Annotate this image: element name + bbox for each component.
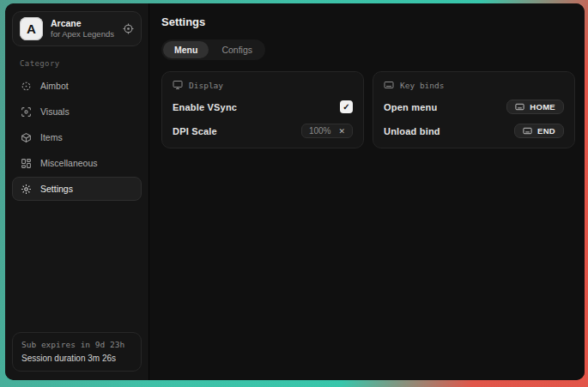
- sidebar-item-label: Miscellaneous: [40, 158, 98, 168]
- sidebar-item-label: Settings: [40, 184, 73, 194]
- logo-card: A Arcane for Apex Legends: [12, 11, 142, 46]
- open-menu-bind-button[interactable]: HOME: [506, 100, 564, 114]
- keyboard-icon: [523, 126, 532, 136]
- display-card: Display Enable VSync ✓ DPI Scale 100% ✕: [161, 71, 364, 148]
- scan-eye-icon: [21, 106, 32, 118]
- sidebar-item-label: Aimbot: [40, 81, 69, 91]
- gear-icon: [21, 184, 32, 195]
- sub-expiry-text: Sub expires in 9d 23h: [21, 339, 132, 352]
- sidebar-item-miscellaneous[interactable]: Miscellaneous: [12, 151, 142, 175]
- app-window: A Arcane for Apex Legends Category: [5, 3, 585, 380]
- tab-menu[interactable]: Menu: [163, 41, 209, 58]
- app-subtitle: for Apex Legends: [51, 29, 115, 39]
- crosshair-target-icon: [123, 23, 134, 34]
- unload-bind-key: END: [537, 126, 555, 136]
- sidebar-item-label: Visuals: [40, 106, 70, 117]
- open-menu-key: HOME: [530, 102, 555, 112]
- unload-bind-button[interactable]: END: [514, 124, 564, 138]
- sidebar-nav: Aimbot Visuals Items: [12, 74, 142, 201]
- crosshair-icon: [21, 81, 32, 92]
- dpi-scale-value: 100%: [309, 126, 331, 136]
- session-duration-text: Session duration 3m 26s: [21, 352, 132, 366]
- keyboard-icon: [384, 80, 394, 90]
- clear-icon[interactable]: ✕: [338, 127, 345, 136]
- keybinds-card-title: Key binds: [400, 81, 444, 90]
- category-label: Category: [20, 59, 142, 68]
- app-logo: A: [20, 17, 43, 40]
- sidebar-item-label: Items: [40, 132, 63, 142]
- box-icon: [21, 132, 32, 143]
- sidebar-item-settings[interactable]: Settings: [12, 177, 142, 201]
- page-title: Settings: [161, 15, 575, 28]
- settings-tabbar: Menu Configs: [161, 39, 265, 60]
- subscription-card: Sub expires in 9d 23h Session duration 3…: [12, 332, 142, 372]
- tab-configs[interactable]: Configs: [210, 41, 264, 58]
- sidebar-item-visuals[interactable]: Visuals: [12, 100, 142, 124]
- sidebar: A Arcane for Apex Legends Category: [5, 3, 149, 380]
- vsync-checkbox[interactable]: ✓: [340, 100, 353, 113]
- display-card-title: Display: [189, 81, 223, 90]
- grid-icon: [21, 158, 32, 169]
- open-menu-label: Open menu: [384, 102, 437, 112]
- unload-bind-label: Unload bind: [384, 126, 440, 136]
- keybinds-card: Key binds Open menu HOME Unload bin: [373, 71, 575, 148]
- vsync-label: Enable VSync: [173, 102, 237, 112]
- app-title: Arcane: [51, 18, 115, 29]
- dpi-scale-input[interactable]: 100% ✕: [301, 124, 353, 138]
- dpi-scale-label: DPI Scale: [173, 126, 217, 136]
- keyboard-icon: [515, 102, 524, 112]
- main-panel: Settings Menu Configs Display Enable VSy…: [149, 3, 585, 380]
- sidebar-item-items[interactable]: Items: [12, 125, 142, 149]
- sidebar-item-aimbot[interactable]: Aimbot: [12, 74, 142, 98]
- monitor-icon: [173, 80, 183, 90]
